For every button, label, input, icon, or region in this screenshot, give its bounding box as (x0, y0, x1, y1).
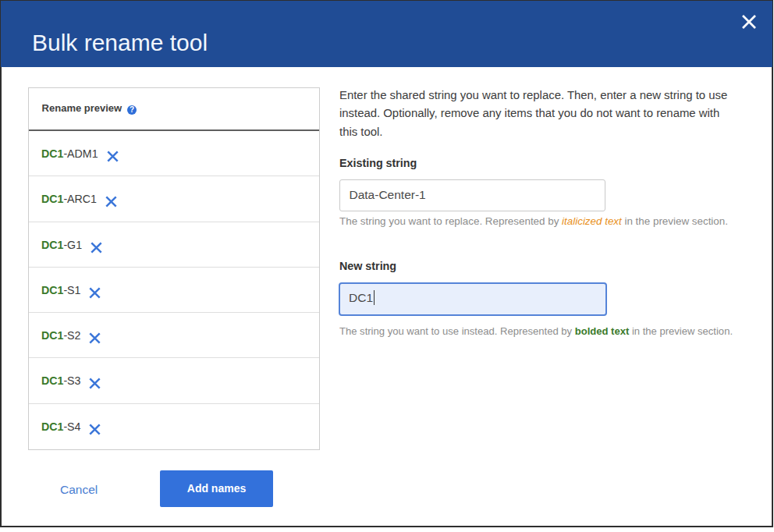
svg-text:?: ? (130, 105, 134, 114)
